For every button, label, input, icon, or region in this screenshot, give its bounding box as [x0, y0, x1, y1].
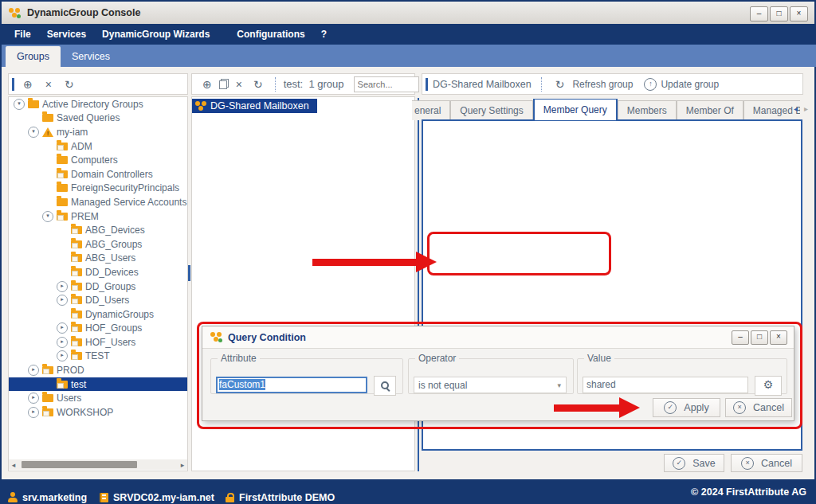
check-circle-icon: ✓ — [664, 401, 677, 414]
tree-item-dd-devices[interactable]: DD_Devices — [9, 265, 187, 279]
tree-item-active-directory-groups[interactable]: ▾Active Directory Groups — [9, 97, 187, 111]
refresh-group-button[interactable]: ↻ Refresh group — [551, 78, 634, 91]
expander-icon[interactable]: ▸ — [57, 281, 68, 292]
expander-icon[interactable]: ▸ — [57, 337, 68, 348]
tree-item-hof-users[interactable]: ▸HOF_Users — [9, 335, 187, 350]
tree-item-abg-devices[interactable]: ABG_Devices — [9, 223, 187, 237]
maximize-button[interactable]: □ — [751, 330, 768, 345]
expander-icon[interactable]: ▸ — [57, 295, 68, 306]
menu--[interactable]: ? — [313, 24, 335, 45]
tree-item-workshop[interactable]: ▸WORKSHOP — [9, 405, 187, 420]
dialog-cancel-button[interactable]: × Cancel — [725, 398, 792, 417]
value-options-button[interactable]: ⚙ — [755, 376, 782, 396]
expander-icon[interactable]: ▸ — [28, 365, 39, 376]
apply-button[interactable]: ✓ Apply — [653, 398, 720, 417]
tree-item-test[interactable]: test — [9, 377, 187, 392]
expander-icon[interactable]: ▸ — [28, 393, 39, 404]
operator-select[interactable]: is not equal ▾ — [414, 377, 567, 393]
operator-groupbox: Operator is not equal ▾ — [408, 353, 574, 394]
tab-member-of[interactable]: Member Of — [677, 100, 743, 120]
menu-dynamicgroup-wizards[interactable]: DynamicGroup Wizards — [94, 24, 218, 45]
expander-icon[interactable]: ▾ — [42, 211, 53, 222]
cancel-button[interactable]: × Cancel — [731, 454, 802, 472]
tab-scroll-right-icon[interactable]: ▸ — [804, 104, 808, 113]
query-condition-dialog: Query Condition – □ × Attribute faCustom… — [202, 326, 794, 421]
tree-item-prod[interactable]: ▸PROD — [9, 363, 187, 377]
refresh-icon[interactable]: ↻ — [61, 78, 78, 91]
expander-icon[interactable]: ▸ — [57, 322, 68, 334]
folder-icon — [42, 114, 53, 122]
save-button[interactable]: ✓ Save — [664, 454, 724, 472]
tree-item-label: Saved Queries — [57, 112, 120, 123]
scroll-left-icon[interactable]: ◂ — [9, 461, 18, 469]
toolbar-grip[interactable] — [12, 78, 14, 91]
value-text: shared — [586, 379, 616, 390]
menu-file[interactable]: File — [6, 24, 39, 45]
tab-members[interactable]: Members — [618, 100, 677, 120]
folder-icon — [71, 338, 82, 346]
list-item-dg-shared-mailboxen[interactable]: DG-Shared Mailboxen — [192, 99, 317, 113]
delete-icon[interactable]: × — [232, 78, 246, 91]
annotation-arrowhead — [619, 397, 640, 418]
tree-item-dynamicgroups[interactable]: DynamicGroups — [9, 307, 187, 322]
maximize-button[interactable]: □ — [770, 6, 788, 21]
tab-services[interactable]: Services — [61, 46, 121, 67]
dialog-title: Query Condition — [228, 332, 306, 343]
tab-query-settings[interactable]: Query Settings — [450, 100, 532, 120]
add-group-icon[interactable]: ⊕ — [19, 78, 37, 91]
minimize-button[interactable]: – — [750, 6, 768, 21]
tab-managed-by[interactable]: Managed By — [743, 100, 800, 120]
delete-icon[interactable]: × — [41, 78, 56, 91]
refresh-icon[interactable]: ↻ — [249, 78, 267, 91]
tree-item-users[interactable]: ▸Users — [9, 391, 187, 405]
tree-item-adm[interactable]: ADM — [9, 139, 187, 154]
status-label: FirstAttribute DEMO — [239, 492, 335, 503]
tree-item-dd-groups[interactable]: ▸DD_Groups — [9, 279, 187, 294]
tree-item-test[interactable]: ▸TEST — [9, 350, 187, 364]
expander-icon[interactable]: ▸ — [28, 407, 39, 418]
tree-item-managed-service-accounts[interactable]: Managed Service Accounts — [9, 195, 187, 209]
x-circle-icon: × — [733, 401, 746, 414]
attribute-legend: Attribute — [218, 353, 260, 364]
attribute-input[interactable]: faCustom1 — [216, 377, 367, 393]
copy-icon[interactable] — [219, 79, 229, 89]
toolbar-grip[interactable] — [426, 78, 428, 91]
expander-icon[interactable]: ▾ — [14, 99, 25, 110]
panel-splitter[interactable] — [188, 265, 190, 281]
tree-item-label: WORKSHOP — [57, 407, 113, 418]
tree-item-computers[interactable]: Computers — [9, 153, 187, 167]
tree-horizontal-scrollbar[interactable]: ◂ ▸ — [9, 459, 187, 470]
tab-eneral[interactable]: eneral — [412, 100, 450, 120]
folder-icon — [71, 296, 82, 304]
menu-configurations[interactable]: Configurations — [229, 24, 312, 45]
tree-item-abg-users[interactable]: ABG_Users — [9, 252, 187, 266]
tree-item-saved-queries[interactable]: Saved Queries — [9, 111, 187, 126]
expander-icon[interactable]: ▾ — [28, 127, 39, 138]
add-icon[interactable]: ⊕ — [198, 78, 216, 91]
dialog-title-bar[interactable]: Query Condition – □ × — [202, 326, 794, 349]
tree-item-label: ADM — [71, 141, 92, 152]
tree-item-abg-groups[interactable]: ABG_Groups — [9, 237, 187, 252]
value-input[interactable]: shared — [583, 377, 748, 393]
tree-item-dd-users[interactable]: ▸DD_Users — [9, 293, 187, 307]
search-input[interactable] — [354, 76, 419, 92]
tree-item-hof-groups[interactable]: ▸HOF_Groups — [9, 322, 187, 336]
selected-group-title: DG-Shared Mailboxen — [433, 79, 532, 90]
detail-header-toolbar: DG-Shared Mailboxen ↻ Refresh group ↑ Up… — [422, 73, 803, 95]
scrollbar-thumb[interactable] — [22, 461, 137, 468]
tree-item-my-iam[interactable]: ▾my-iam — [9, 125, 187, 139]
scroll-right-icon[interactable]: ▸ — [178, 461, 187, 469]
tab-scroll-left-icon[interactable]: ◂ — [794, 104, 798, 113]
minimize-button[interactable]: – — [732, 330, 749, 345]
tab-groups[interactable]: Groups — [6, 46, 61, 67]
update-group-button[interactable]: ↑ Update group — [644, 78, 719, 91]
expander-icon[interactable]: ▸ — [57, 350, 68, 361]
tree-item-foreignsecurityprincipals[interactable]: ForeignSecurityPrincipals — [9, 182, 187, 196]
close-button[interactable]: × — [790, 6, 808, 21]
tab-member-query[interactable]: Member Query — [533, 99, 618, 120]
close-button[interactable]: × — [770, 330, 787, 345]
tree-item-prem[interactable]: ▾PREM — [9, 209, 187, 224]
tree-item-domain-controllers[interactable]: Domain Controllers — [9, 167, 187, 182]
attribute-search-button[interactable] — [374, 376, 396, 396]
menu-services[interactable]: Services — [39, 24, 94, 45]
